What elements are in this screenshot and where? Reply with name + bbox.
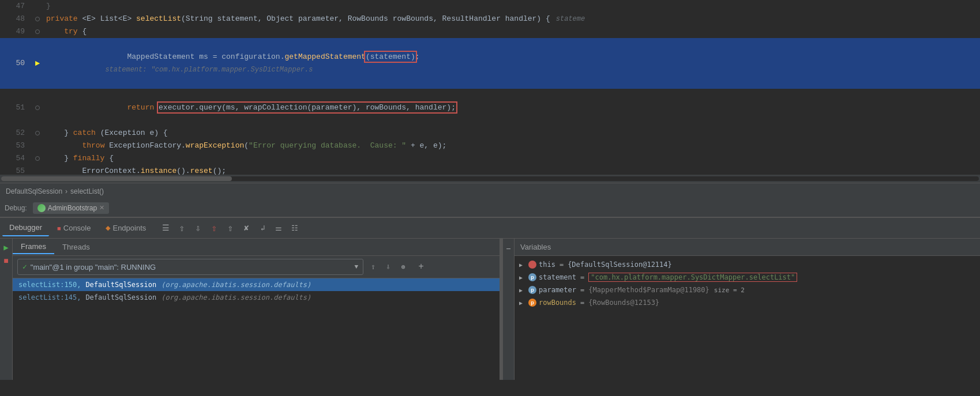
- resume-button[interactable]: ▶: [1, 242, 12, 252]
- collapse-button[interactable]: –: [503, 243, 515, 255]
- frames-tab[interactable]: Frames: [13, 240, 54, 254]
- code-line-54: 54 } finally {: [0, 152, 980, 165]
- code-line-51: 51 return executor.query(ms, wrapCollect…: [0, 89, 980, 127]
- step-up-icon[interactable]: ⇧: [223, 221, 237, 235]
- var-value-this: {DefaultSqlSession@12114}: [568, 261, 672, 269]
- code-line-49: 49 try {: [0, 25, 980, 38]
- add-thread-button[interactable]: +: [415, 261, 427, 273]
- variables-header: Variables: [515, 239, 980, 256]
- breadcrumb-class: DefaultSqlSession: [6, 187, 62, 195]
- tab-console[interactable]: ■ Console: [50, 220, 97, 236]
- var-this[interactable]: ▶ this = {DefaultSqlSession@12114}: [515, 258, 980, 271]
- code-line-47: 47 }: [0, 0, 980, 13]
- thread-filter-button[interactable]: ⊛: [397, 261, 410, 273]
- stop-button[interactable]: ■: [1, 256, 12, 266]
- var-icon-rowbounds: p: [528, 299, 536, 307]
- code-line-52: 52 } catch (Exception e) {: [0, 127, 980, 139]
- code-content-52: } catch (Exception e) {: [43, 127, 980, 139]
- gutter-50: ►: [32, 38, 43, 89]
- var-parameter[interactable]: ▶ p parameter = {MapperMethod$ParamMap@1…: [515, 284, 980, 296]
- table-view-icon[interactable]: ⚌: [272, 221, 286, 235]
- var-name-statement: statement: [539, 273, 576, 281]
- stack-frame-2[interactable]: selectList:145, DefaultSqlSession (org.a…: [13, 291, 500, 304]
- var-eq-this: =: [560, 261, 564, 269]
- session-icon: [37, 204, 46, 212]
- tab-endpoints[interactable]: ◆ Endpoints: [99, 220, 153, 236]
- step-out-icon[interactable]: ⇧: [207, 221, 221, 235]
- step-into-icon[interactable]: ⇩: [191, 221, 205, 235]
- line-number-53: 53: [0, 139, 32, 152]
- code-content-47: }: [43, 0, 980, 13]
- line-number-49: 49: [0, 25, 32, 38]
- collapse-panel: –: [503, 239, 515, 380]
- show-frames-icon[interactable]: ☰: [159, 221, 172, 235]
- code-line-50: 50 ► MappedStatement ms = configuration.…: [0, 38, 980, 89]
- expand-arrow-this[interactable]: ▶: [519, 262, 526, 268]
- panel-tabs: Debugger ■ Console ◆ Endpoints ☰ ⇧ ⇩ ⇧ ⇧…: [0, 218, 980, 239]
- line-number-48: 48: [0, 13, 32, 25]
- line-number-52: 52: [0, 127, 32, 139]
- line-number-55: 55: [0, 165, 32, 175]
- breadcrumb: DefaultSqlSession › selectList(): [0, 183, 980, 199]
- thread-down-button[interactable]: ⇩: [382, 261, 395, 273]
- frame-2-location: selectList:145,: [18, 293, 81, 301]
- code-line-55: 55 ErrorContext.instance().reset();: [0, 165, 980, 175]
- bottom-panel: Debugger ■ Console ◆ Endpoints ☰ ⇧ ⇩ ⇧ ⇧…: [0, 217, 980, 380]
- console-tab-label: Console: [63, 224, 91, 232]
- threads-tab[interactable]: Threads: [54, 240, 98, 254]
- expand-arrow-statement[interactable]: ▶: [519, 274, 526, 281]
- session-tab[interactable]: AdminBootstrap ✕: [33, 202, 109, 214]
- expand-arrow-rowbounds[interactable]: ▶: [519, 300, 526, 306]
- code-content-53: throw ExceptionFactory.wrapException("Er…: [43, 139, 980, 152]
- code-content-50: MappedStatement ms = configuration.getMa…: [43, 38, 980, 89]
- code-content-54: } finally {: [43, 152, 980, 165]
- thread-dropdown-arrow: ▼: [354, 263, 358, 270]
- code-line-53: 53 throw ExceptionFactory.wrapException(…: [0, 139, 980, 152]
- frames-label: Frames: [21, 242, 46, 251]
- tab-debugger[interactable]: Debugger: [2, 220, 49, 236]
- var-value-statement: "com.hx.platform.mapper.SysDictMapper.se…: [588, 273, 797, 282]
- code-content-49: try {: [43, 25, 980, 38]
- panel-content: ▶ ■ Frames Threads ✓: [0, 239, 980, 380]
- settings-icon[interactable]: ☷: [288, 221, 302, 235]
- var-name-this: this: [539, 261, 555, 269]
- expand-arrow-parameter[interactable]: ▶: [519, 287, 526, 293]
- var-type-parameter: size = 2: [714, 286, 745, 294]
- line-number-47: 47: [0, 0, 32, 13]
- threads-label: Threads: [62, 243, 90, 251]
- session-close-icon[interactable]: ✕: [99, 204, 104, 212]
- stack-list: selectList:150, DefaultSqlSession (org.a…: [13, 278, 500, 380]
- code-line-48: 48 private <E> List<E> selectList(String…: [0, 13, 980, 25]
- code-content-51: return executor.query(ms, wrapCollection…: [43, 89, 980, 127]
- thread-dropdown[interactable]: ✓ "main"@1 in group "main": RUNNING ▼: [17, 259, 363, 275]
- gutter-55: [32, 165, 43, 175]
- var-name-parameter: parameter: [539, 286, 576, 294]
- gutter-52: [32, 127, 43, 139]
- step-over-icon[interactable]: ⇧: [175, 221, 189, 235]
- var-statement[interactable]: ▶ p statement = "com.hx.platform.mapper.…: [515, 271, 980, 284]
- var-eq-statement: =: [580, 273, 584, 281]
- frame-1-location: selectList:150,: [18, 281, 81, 289]
- var-icon-parameter: p: [528, 286, 536, 294]
- side-controls: ▶ ■: [0, 239, 13, 380]
- thread-up-button[interactable]: ⇧: [367, 261, 380, 273]
- var-rowbounds[interactable]: ▶ p rowBounds = {RowBounds@12153}: [515, 296, 980, 309]
- code-content-48: private <E> List<E> selectList(String st…: [43, 13, 980, 25]
- gutter-51: [32, 89, 43, 127]
- var-icon-this: [528, 261, 536, 269]
- code-content-55: ErrorContext.instance().reset();: [43, 165, 980, 175]
- gutter-54: [32, 152, 43, 165]
- frame-2-class: DefaultSqlSession: [85, 293, 156, 301]
- stack-frame-1[interactable]: selectList:150, DefaultSqlSession (org.a…: [13, 278, 500, 291]
- frame-2-package: (org.apache.ibatis.session.defaults): [161, 293, 311, 301]
- evaluate-icon[interactable]: ↲: [256, 221, 269, 235]
- frames-threads-tabs: Frames Threads: [13, 239, 500, 256]
- line-number-51: 51: [0, 89, 32, 127]
- variables-label: Variables: [520, 243, 551, 251]
- run-to-cursor-icon[interactable]: ✘: [239, 221, 253, 235]
- gutter-53: [32, 139, 43, 152]
- debugger-toolbar: ☰ ⇧ ⇩ ⇧ ⇧ ✘ ↲ ⚌ ☷: [159, 221, 302, 235]
- session-name: AdminBootstrap: [48, 204, 97, 212]
- frame-1-class: DefaultSqlSession: [85, 281, 156, 289]
- thread-name: "main"@1 in group "main": RUNNING: [31, 263, 355, 271]
